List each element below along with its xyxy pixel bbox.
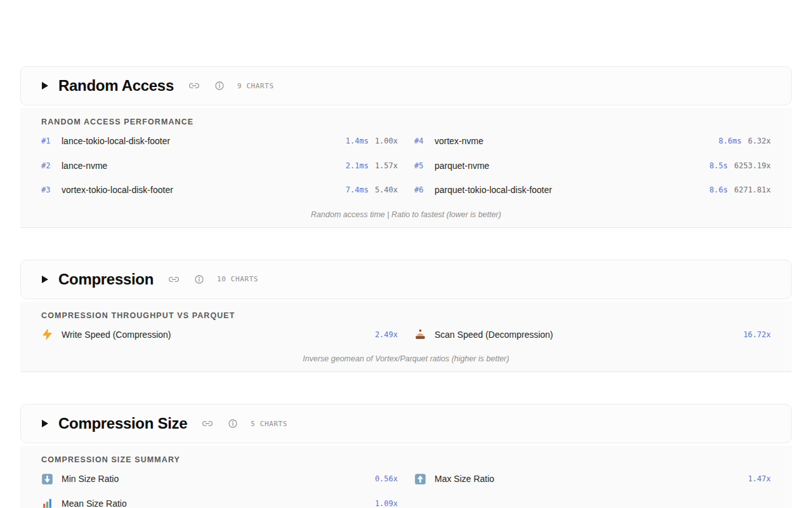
summary-compression-size: COMPRESSION SIZE SUMMARY Min Size Ratio … [20, 446, 792, 508]
section-compression: Compression 10 CHARTS COMPRESSION THROUG… [20, 260, 792, 373]
section-title: Compression Size [58, 415, 187, 432]
config-name: vortex-tokio-local-disk-footer [62, 185, 346, 195]
table-row: #1 lance-tokio-local-disk-footer 1.4ms 1… [41, 129, 398, 154]
summary-random-access: RANDOM ACCESS PERFORMANCE #1 lance-tokio… [20, 108, 792, 228]
info-icon[interactable] [228, 418, 238, 429]
disclosure-triangle-icon [42, 82, 48, 90]
metric-label: Mean Size Ratio [62, 498, 375, 508]
rank-badge: #3 [41, 185, 62, 194]
summary-caption: Random access time | Ratio to fastest (l… [41, 210, 771, 219]
metric-row: Mean Size Ratio 1.09x [41, 491, 398, 508]
ratio-value: 6253.19x [734, 161, 771, 170]
section-header-random-access[interactable]: Random Access 9 CHARTS [20, 66, 792, 105]
summary-title: RANDOM ACCESS PERFORMANCE [41, 117, 771, 126]
summary-compression: COMPRESSION THROUGHPUT VS PARQUET Write … [20, 302, 792, 373]
section-random-access: Random Access 9 CHARTS RANDOM ACCESS PER… [20, 66, 792, 228]
benchmark-dashboard: Random Access 9 CHARTS RANDOM ACCESS PER… [0, 0, 812, 508]
config-name: lance-tokio-local-disk-footer [62, 136, 346, 146]
ratio-value: 1.00x [375, 137, 398, 145]
table-row: #4 vortex-nvme 8.6ms 6.32x [414, 129, 771, 154]
time-value: 8.6s [709, 185, 728, 194]
ratio-value: 6.32x [748, 137, 771, 145]
config-name: parquet-nvme [435, 161, 709, 171]
section-header-compression-size[interactable]: Compression Size 5 CHARTS [20, 404, 792, 443]
config-name: lance-nvme [62, 161, 346, 171]
section-title: Random Access [58, 77, 174, 95]
metric-value: 0.56x [375, 474, 398, 483]
down-arrow-icon [41, 473, 53, 485]
charts-count: 5 CHARTS [251, 420, 287, 428]
rank-badge: #6 [414, 185, 435, 194]
time-value: 8.6ms [719, 137, 742, 145]
disclosure-triangle-icon [42, 276, 48, 283]
metric-label: Max Size Ratio [435, 474, 748, 484]
link-icon[interactable] [202, 418, 213, 429]
time-value: 2.1ms [346, 161, 369, 170]
metric-value: 2.49x [375, 330, 398, 339]
time-value: 1.4ms [346, 137, 369, 145]
disclosure-triangle-icon [42, 420, 48, 427]
bar-chart-icon [41, 497, 53, 508]
up-arrow-icon [414, 473, 426, 485]
table-row: #6 parquet-tokio-local-disk-footer 8.6s … [414, 178, 771, 203]
rank-badge: #5 [414, 161, 435, 170]
ratio-value: 6271.81x [734, 185, 771, 194]
rank-badge: #1 [41, 137, 62, 145]
time-value: 7.4ms [346, 185, 369, 194]
metric-value: 1.47x [748, 474, 771, 483]
charts-count: 10 CHARTS [217, 275, 258, 283]
table-row: #2 lance-nvme 2.1ms 1.57x [41, 154, 398, 178]
summary-title: COMPRESSION SIZE SUMMARY [41, 455, 771, 464]
rank-badge: #2 [41, 161, 62, 170]
metric-row: Write Speed (Compression) 2.49x [41, 323, 398, 347]
config-name: parquet-tokio-local-disk-footer [435, 185, 709, 195]
rank-badge: #4 [414, 137, 435, 145]
charts-count: 9 CHARTS [237, 82, 274, 90]
metric-value: 1.09x [375, 499, 398, 508]
metric-row: Max Size Ratio 1.47x [414, 467, 771, 491]
metric-label: Min Size Ratio [62, 474, 375, 484]
ratio-value: 1.57x [375, 161, 398, 170]
ratio-value: 5.40x [375, 185, 398, 194]
section-compression-size: Compression Size 5 CHARTS COMPRESSION SI… [20, 404, 792, 508]
config-name: vortex-nvme [435, 136, 719, 146]
summary-title: COMPRESSION THROUGHPUT VS PARQUET [41, 311, 771, 320]
info-icon[interactable] [194, 274, 204, 284]
metric-value: 16.72x [743, 330, 771, 339]
table-row: #3 vortex-tokio-local-disk-footer 7.4ms … [41, 178, 398, 203]
metric-label: Scan Speed (Decompression) [435, 330, 743, 340]
lightning-bolt-icon [41, 328, 53, 340]
table-row: #5 parquet-nvme 8.5s 6253.19x [414, 154, 771, 178]
metric-row: Scan Speed (Decompression) 16.72x [414, 323, 771, 347]
metric-label: Write Speed (Compression) [62, 330, 375, 340]
time-value: 8.5s [709, 161, 728, 170]
section-header-compression[interactable]: Compression 10 CHARTS [20, 260, 792, 299]
summary-caption: Inverse geomean of Vortex/Parquet ratios… [41, 354, 771, 363]
link-icon[interactable] [189, 81, 199, 91]
link-icon[interactable] [169, 274, 179, 284]
cake-slice-icon [414, 328, 426, 340]
section-title: Compression [58, 271, 154, 288]
info-icon[interactable] [214, 81, 225, 91]
metric-row: Min Size Ratio 0.56x [41, 467, 398, 491]
